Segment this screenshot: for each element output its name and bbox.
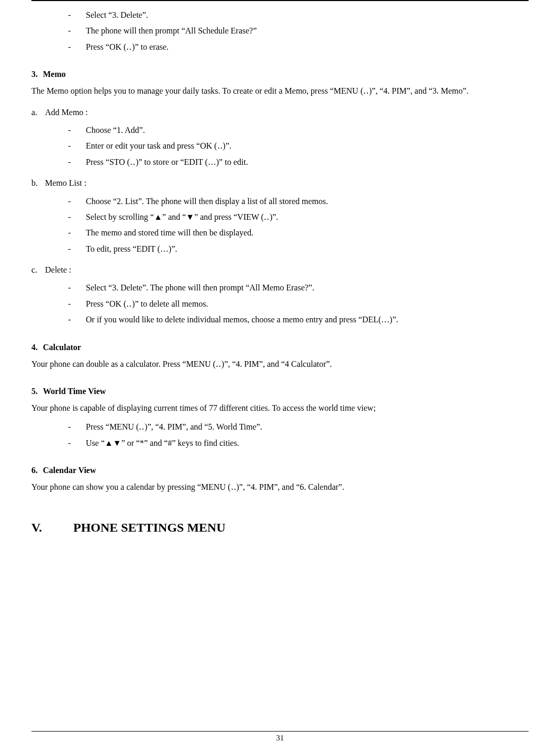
- list-item: Or if you would like to delete individua…: [68, 312, 529, 328]
- section-4-heading: 4.Calculator: [31, 343, 529, 352]
- subsection-letter: b.: [31, 175, 45, 191]
- list-item: Press “MENU (‥)”, “4. PIM”, and “5. Worl…: [68, 419, 529, 435]
- section-6-para: Your phone can show you a calendar by pr…: [31, 479, 529, 495]
- list-item: Use “▲▼” or “*” and “#” keys to find cit…: [68, 435, 529, 451]
- subsection-letter: a.: [31, 105, 45, 120]
- section-title: World Time View: [43, 387, 106, 396]
- section-title: Memo: [43, 70, 66, 78]
- section-number: 5.: [31, 387, 43, 396]
- list-item: To edit, press “EDIT (…)”.: [68, 241, 529, 257]
- list-item: Select “3. Delete”.: [68, 7, 529, 23]
- list-item: Choose “1. Add”.: [68, 122, 529, 138]
- subsection-a-list: Choose “1. Add”. Enter or edit your task…: [68, 122, 529, 170]
- subsection-title: Add Memo :: [45, 108, 88, 117]
- list-item: Select by scrolling “▲” and “▼” and pres…: [68, 209, 529, 225]
- section-number: 3.: [31, 70, 43, 79]
- page-footer: 31: [31, 731, 529, 743]
- section-4-para: Your phone can double as a calculator. P…: [31, 356, 529, 372]
- chapter-heading: V.PHONE SETTINGS MENU: [31, 521, 529, 535]
- section-5-heading: 5.World Time View: [31, 387, 529, 396]
- list-item: Enter or edit your task and press “OK (‥…: [68, 138, 529, 154]
- list-item: The phone will then prompt “All Schedule…: [68, 23, 529, 39]
- section-number: 4.: [31, 343, 43, 352]
- subsection-b-list: Choose “2. List”. The phone will then di…: [68, 194, 529, 257]
- section-title: Calendar View: [43, 466, 96, 475]
- section-title: Calculator: [43, 343, 81, 352]
- section-3-heading: 3.Memo: [31, 70, 529, 79]
- section-6-heading: 6.Calendar View: [31, 466, 529, 475]
- chapter-number: V.: [31, 521, 73, 535]
- list-item: Select “3. Delete”. The phone will then …: [68, 280, 529, 296]
- section-number: 6.: [31, 466, 43, 475]
- section-5-list: Press “MENU (‥)”, “4. PIM”, and “5. Worl…: [68, 419, 529, 451]
- subsection-b: b.Memo List :: [31, 175, 529, 191]
- subsection-letter: c.: [31, 262, 45, 278]
- intro-bullets: Select “3. Delete”. The phone will then …: [68, 7, 529, 55]
- list-item: Press “OK (‥)” to delete all memos.: [68, 296, 529, 312]
- subsection-a: a.Add Memo :: [31, 105, 529, 120]
- section-5-para: Your phone is capable of displaying curr…: [31, 400, 529, 416]
- chapter-title: PHONE SETTINGS MENU: [73, 521, 226, 534]
- section-3-para: The Memo option helps you to manage your…: [31, 83, 529, 99]
- subsection-title: Memo List :: [45, 178, 86, 187]
- list-item: Choose “2. List”. The phone will then di…: [68, 194, 529, 209]
- subsection-title: Delete :: [45, 265, 71, 274]
- subsection-c-list: Select “3. Delete”. The phone will then …: [68, 280, 529, 328]
- list-item: The memo and stored time will then be di…: [68, 225, 529, 241]
- list-item: Press “STO (‥)” to store or “EDIT (…)” t…: [68, 154, 529, 170]
- page-number: 31: [276, 734, 284, 742]
- list-item: Press “OK (‥)” to erase.: [68, 39, 529, 55]
- subsection-c: c.Delete :: [31, 262, 529, 278]
